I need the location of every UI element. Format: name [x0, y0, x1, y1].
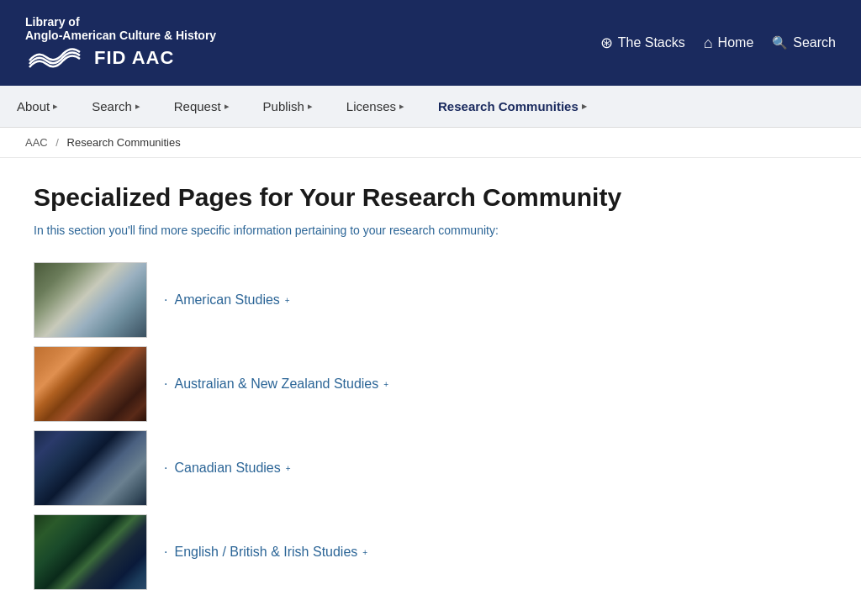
library-name-bold: Library of — [25, 15, 80, 29]
community-bullet: · — [164, 292, 167, 308]
nav-item-request[interactable]: Request▸ — [157, 86, 246, 127]
community-bullet: · — [164, 376, 167, 392]
library-name-emphasis: Anglo-American — [25, 29, 116, 42]
community-bullet: · — [164, 461, 167, 476]
stacks-link[interactable]: The Stacks — [600, 34, 685, 52]
nav-arrow-icon: ▸ — [224, 101, 230, 112]
breadcrumb-separator: / — [55, 136, 59, 149]
nav-item-about[interactable]: About▸ — [0, 86, 75, 127]
community-link[interactable]: American Studies+ — [174, 292, 289, 308]
community-image — [34, 514, 147, 590]
main-nav: About▸Search▸Request▸Publish▸Licenses▸Re… — [0, 86, 861, 128]
library-name: Library of Anglo-American Culture & Hist… — [25, 15, 216, 42]
library-name-rest: Culture & History — [116, 29, 216, 42]
list-item: ·American Studies+ — [34, 262, 827, 338]
home-icon — [704, 34, 713, 52]
home-link[interactable]: Home — [704, 34, 754, 52]
community-list: ·American Studies+·Australian & New Zeal… — [34, 262, 827, 598]
breadcrumb-current: Research Communities — [67, 136, 181, 149]
community-link-wrapper: ·American Studies+ — [164, 292, 290, 308]
list-item: ·English / British & Irish Studies+ — [34, 514, 827, 590]
nav-item-research-communities[interactable]: Research Communities▸ — [421, 86, 604, 127]
community-link[interactable]: English / British & Irish Studies+ — [174, 545, 367, 560]
list-item: ·Australian & New Zealand Studies+ — [34, 346, 827, 422]
nav-item-licenses[interactable]: Licenses▸ — [330, 86, 421, 127]
community-link[interactable]: Australian & New Zealand Studies+ — [174, 376, 388, 392]
nav-arrow-icon: ▸ — [582, 101, 587, 112]
stacks-icon — [600, 34, 613, 52]
logo-row: FID AAC — [25, 45, 216, 71]
breadcrumb: AAC / Research Communities — [0, 128, 861, 158]
brand-name: FID AAC — [94, 47, 174, 69]
community-sup: + — [362, 548, 367, 557]
page-title: Specialized Pages for Your Research Comm… — [34, 183, 827, 212]
community-image — [34, 262, 147, 338]
community-image — [34, 346, 147, 422]
nav-arrow-icon: ▸ — [399, 101, 404, 112]
nav-item-publish[interactable]: Publish▸ — [246, 86, 330, 127]
nav-arrow-icon: ▸ — [135, 101, 140, 112]
breadcrumb-home[interactable]: AAC — [25, 136, 48, 149]
nav-arrow-icon: ▸ — [308, 101, 313, 112]
community-link-wrapper: ·Australian & New Zealand Studies+ — [164, 376, 388, 392]
header-nav: The Stacks Home Search — [600, 34, 836, 52]
community-link[interactable]: Canadian Studies+ — [174, 461, 290, 476]
search-label: Search — [793, 35, 836, 50]
header-left: Library of Anglo-American Culture & Hist… — [25, 15, 216, 71]
home-label: Home — [718, 35, 754, 50]
logo-waves-icon — [25, 45, 84, 71]
site-header: Library of Anglo-American Culture & Hist… — [0, 0, 861, 86]
page-subtitle: In this section you'll find more specifi… — [34, 224, 827, 237]
search-link[interactable]: Search — [772, 35, 836, 50]
community-sup: + — [286, 464, 291, 473]
community-sup: + — [285, 296, 290, 305]
search-icon — [772, 35, 788, 50]
list-item: ·Canadian Studies+ — [34, 430, 827, 506]
community-link-wrapper: ·Canadian Studies+ — [164, 461, 291, 476]
community-image — [34, 430, 147, 506]
nav-arrow-icon: ▸ — [53, 101, 58, 112]
nav-item-search[interactable]: Search▸ — [75, 86, 157, 127]
community-bullet: · — [164, 545, 167, 560]
stacks-label: The Stacks — [618, 35, 685, 50]
community-sup: + — [383, 380, 388, 389]
community-link-wrapper: ·English / British & Irish Studies+ — [164, 545, 367, 560]
main-content: Specialized Pages for Your Research Comm… — [0, 158, 861, 616]
